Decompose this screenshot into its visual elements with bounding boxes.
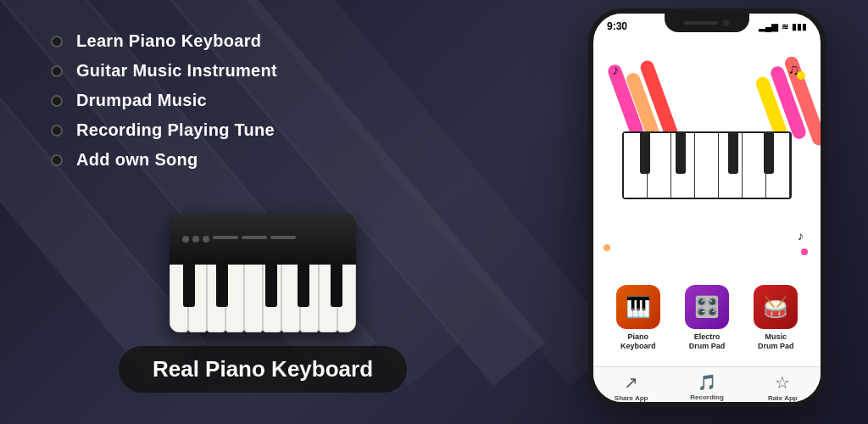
app-icon-item-2[interactable]: 🎛️ ElectroDrum Pad	[677, 285, 737, 351]
bullet-3	[51, 95, 63, 107]
piano-title-badge: Real Piano Keyboard	[119, 346, 407, 393]
app-black-keys	[624, 133, 790, 174]
white-key-2	[188, 265, 207, 332]
white-key-8	[300, 265, 319, 332]
feature-text-1: Learn Piano Keyboard	[76, 31, 261, 51]
right-section: 9:30 ▂▄▆ ≋ ▮▮▮	[563, 8, 851, 416]
feature-item-1: Learn Piano Keyboard	[51, 31, 475, 51]
bullet-2	[51, 65, 63, 77]
piano-control-3	[203, 236, 209, 243]
bullet-5	[51, 154, 63, 166]
icons-row: 🎹 PianoKeyboard 🎛️ ElectroDrum Pad 🥁	[604, 285, 810, 351]
rate-app-item[interactable]: ☆ Rate App	[757, 372, 808, 402]
feature-item-3: Drumpad Music	[51, 91, 475, 110]
piano-emoji: 🎹	[626, 295, 651, 319]
bullet-1	[51, 36, 63, 47]
dot-2	[604, 244, 610, 251]
feature-list: Learn Piano Keyboard Guitar Music Instru…	[51, 31, 475, 180]
white-key-1	[170, 265, 188, 332]
feature-text-4: Recording Playing Tune	[76, 120, 275, 140]
white-key-7	[281, 265, 300, 332]
recording-label: Recording	[690, 393, 724, 401]
piano-image	[170, 214, 356, 332]
app-icon-item-3[interactable]: 🥁 MusicDrum Pad	[746, 285, 805, 351]
rate-app-label: Rate App	[768, 394, 798, 402]
status-icons: ▂▄▆ ≋ ▮▮▮	[759, 22, 807, 31]
feature-text-5: Add own Song	[76, 150, 198, 170]
music-drum-label: MusicDrum Pad	[758, 332, 794, 351]
piano-keyboard-label: PianoKeyboard	[620, 332, 656, 351]
app-icons-section: 🎹 PianoKeyboard 🎛️ ElectroDrum Pad 🥁	[593, 276, 821, 366]
bullet-4	[51, 125, 63, 137]
white-key-5	[244, 265, 263, 332]
piano-control-1	[182, 236, 189, 243]
drum-emoji: 🎛️	[694, 295, 720, 319]
recording-icon[interactable]: 🎵	[698, 373, 716, 392]
piano-slider	[213, 236, 238, 239]
app-black-key-3	[728, 133, 738, 174]
star-icon[interactable]: ☆	[775, 372, 790, 393]
piano-image-container: Real Piano Keyboard	[51, 214, 475, 393]
electro-drum-label: ElectroDrum Pad	[689, 332, 726, 351]
share-app-item[interactable]: ↗ Share App	[606, 372, 657, 402]
app-piano-keys	[622, 131, 792, 199]
phone-mockup: 9:30 ▂▄▆ ≋ ▮▮▮	[588, 8, 826, 407]
white-key-9	[319, 265, 337, 332]
feature-text-2: Guitar Music Instrument	[76, 61, 277, 81]
dot-4	[801, 248, 808, 255]
notch-camera	[723, 20, 730, 26]
app-black-key-1	[640, 133, 650, 174]
piano-keys-area	[170, 265, 356, 332]
bottom-bar: ↗ Share App 🎵 Recording ☆ Rate App	[593, 366, 821, 405]
piano-slider-3	[270, 236, 296, 239]
share-app-label: Share App	[615, 394, 648, 402]
left-section: Learn Piano Keyboard Guitar Music Instru…	[0, 0, 526, 424]
music-note-2: ♫	[788, 61, 800, 79]
battery-icon: ▮▮▮	[792, 22, 807, 31]
music-drum-icon[interactable]: 🥁	[754, 285, 798, 329]
white-key-10	[337, 265, 356, 332]
notch-speaker	[684, 21, 718, 25]
app-content: ♪ ♫ ♪	[593, 54, 821, 405]
recording-item[interactable]: 🎵 Recording	[682, 373, 732, 401]
white-key-4	[225, 265, 244, 332]
app-black-key-2	[676, 133, 686, 174]
status-time: 9:30	[607, 20, 627, 32]
feature-item-2: Guitar Music Instrument	[51, 61, 475, 81]
signal-icon: ▂▄▆	[759, 22, 778, 31]
white-key-6	[263, 265, 281, 332]
drum-emoji-2: 🥁	[763, 295, 788, 319]
electro-drum-icon[interactable]: 🎛️	[685, 285, 729, 329]
piano-hero: ♪ ♫ ♪	[593, 54, 821, 276]
share-icon[interactable]: ↗	[624, 372, 638, 393]
app-black-key-4	[764, 133, 774, 174]
feature-item-5: Add own Song	[51, 150, 475, 170]
piano-slider-2	[242, 236, 267, 239]
white-key-3	[207, 265, 225, 332]
feature-text-3: Drumpad Music	[76, 91, 207, 110]
feature-item-4: Recording Playing Tune	[51, 120, 475, 140]
piano-control-2	[192, 236, 199, 243]
app-icon-item-1[interactable]: 🎹 PianoKeyboard	[609, 285, 668, 351]
piano-controls	[182, 236, 296, 243]
piano-keyboard-icon[interactable]: 🎹	[616, 285, 660, 329]
music-note-3: ♪	[798, 229, 804, 243]
wifi-icon: ≋	[782, 22, 788, 31]
music-note-1: ♪	[612, 63, 619, 78]
piano-body	[170, 214, 356, 265]
piano-title: Real Piano Keyboard	[153, 356, 373, 382]
phone-notch	[665, 14, 749, 32]
